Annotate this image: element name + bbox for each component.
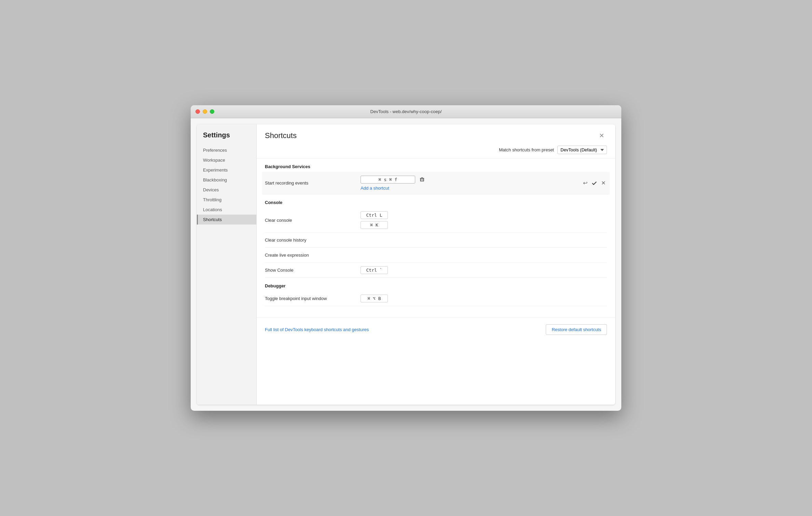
settings-panel: Settings Preferences Workspace Experimen… [197, 124, 615, 405]
shortcut-row-create-live-expression: Create live expression [265, 248, 607, 263]
section-header-background-services: Background Services [265, 159, 607, 172]
footer-row: Full list of DevTools keyboard shortcuts… [257, 317, 615, 342]
shortcut-name-start-recording: Start recording events [265, 180, 361, 186]
svg-rect-3 [422, 179, 422, 181]
cancel-shortcut-button[interactable]: ✕ [600, 178, 607, 188]
key-badge-ctrl-backtick: Ctrl ` [361, 266, 388, 274]
full-list-link[interactable]: Full list of DevTools keyboard shortcuts… [265, 327, 369, 332]
sidebar-item-throttling[interactable]: Throttling [197, 195, 256, 205]
traffic-lights [195, 109, 214, 114]
key-row-ctrl-backtick: Ctrl ` [361, 266, 607, 274]
key-row-cmd-alt-b: ⌘ ⌥ B [361, 295, 607, 302]
key-badge-cmd-s-cmd-f[interactable]: ⌘ s ⌘ f [361, 176, 415, 184]
svg-rect-2 [421, 179, 421, 181]
delete-shortcut-button[interactable] [418, 175, 426, 184]
key-row-ctrl-l: Ctrl L [361, 211, 607, 219]
key-badge-cmd-k: ⌘ K [361, 221, 388, 229]
app-window: DevTools - web.dev/why-coop-coep/ Settin… [191, 105, 621, 411]
sidebar-item-experiments[interactable]: Experiments [197, 165, 256, 175]
fullscreen-traffic-light[interactable] [210, 109, 214, 114]
preset-label: Match shortcuts from preset [499, 147, 554, 152]
sidebar-item-workspace[interactable]: Workspace [197, 155, 256, 165]
settings-heading: Settings [197, 131, 256, 145]
sidebar-item-preferences[interactable]: Preferences [197, 145, 256, 155]
shortcut-key-row: ⌘ s ⌘ f [361, 175, 579, 184]
sidebar-item-blackboxing[interactable]: Blackboxing [197, 175, 256, 185]
minimize-traffic-light[interactable] [203, 109, 207, 114]
undo-shortcut-button[interactable]: ↩ [582, 178, 589, 188]
sidebar-item-shortcuts[interactable]: Shortcuts [197, 215, 256, 225]
shortcut-name-create-live-expression: Create live expression [265, 253, 361, 258]
sidebar-item-locations[interactable]: Locations [197, 205, 256, 215]
close-traffic-light[interactable] [195, 109, 200, 114]
preset-select[interactable]: DevTools (Default) Visual Studio Code [557, 146, 607, 154]
sidebar: Settings Preferences Workspace Experimen… [197, 124, 257, 405]
shortcut-row-clear-console: Clear console Ctrl L ⌘ K [265, 208, 607, 233]
shortcut-row-start-recording: Start recording events ⌘ s ⌘ f [262, 172, 610, 194]
titlebar-title: DevTools - web.dev/why-coop-coep/ [370, 109, 442, 114]
key-badge-ctrl-l: Ctrl L [361, 211, 388, 219]
shortcut-keys-start-recording: ⌘ s ⌘ f [361, 175, 579, 191]
shortcut-row-toggle-breakpoint: Toggle breakpoint input window ⌘ ⌥ B [265, 291, 607, 306]
svg-rect-1 [421, 177, 423, 178]
shortcut-name-show-console: Show Console [265, 268, 361, 273]
page-title: Shortcuts [265, 131, 297, 140]
confirm-shortcut-button[interactable] [590, 179, 598, 187]
shortcut-keys-show-console: Ctrl ` [361, 266, 607, 274]
section-header-debugger: Debugger [265, 278, 607, 291]
svg-rect-4 [423, 179, 424, 181]
key-badge-cmd-alt-b: ⌘ ⌥ B [361, 295, 388, 302]
preset-row: Match shortcuts from preset DevTools (De… [257, 140, 615, 159]
titlebar: DevTools - web.dev/why-coop-coep/ [191, 105, 621, 118]
editing-actions: ↩ ✕ [582, 178, 607, 188]
key-row-cmd-k: ⌘ K [361, 221, 607, 229]
section-header-console: Console [265, 194, 607, 208]
shortcut-keys-toggle-breakpoint: ⌘ ⌥ B [361, 295, 607, 302]
shortcuts-body: Background Services Start recording even… [257, 159, 615, 314]
add-shortcut-link[interactable]: Add a shortcut [361, 186, 579, 191]
shortcut-row-clear-console-history: Clear console history [265, 233, 607, 248]
main-header: Shortcuts ✕ [257, 124, 615, 140]
shortcut-keys-clear-console: Ctrl L ⌘ K [361, 211, 607, 229]
shortcut-name-clear-console-history: Clear console history [265, 237, 361, 243]
sidebar-item-devices[interactable]: Devices [197, 185, 256, 195]
shortcut-row-show-console: Show Console Ctrl ` [265, 263, 607, 278]
restore-defaults-button[interactable]: Restore default shortcuts [546, 324, 607, 335]
shortcut-name-clear-console: Clear console [265, 218, 361, 223]
close-button[interactable]: ✕ [596, 131, 607, 140]
shortcut-name-toggle-breakpoint: Toggle breakpoint input window [265, 296, 361, 301]
main-content: Shortcuts ✕ Match shortcuts from preset … [257, 124, 615, 405]
